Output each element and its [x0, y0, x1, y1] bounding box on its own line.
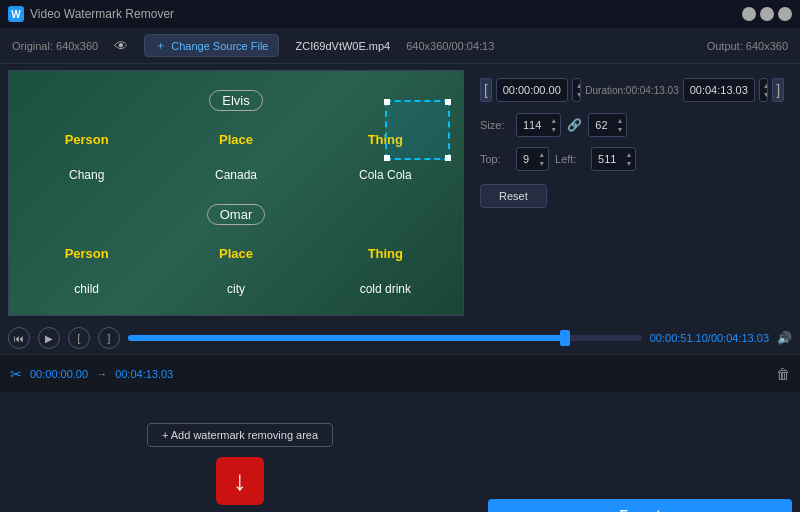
play-button[interactable]: ▶: [38, 327, 60, 349]
start-time-spinner[interactable]: ▲ ▼: [572, 78, 582, 102]
arrow-down-icon: ↓: [233, 465, 247, 497]
val-thing-1: Cola Cola: [359, 168, 412, 182]
prev-frame-button[interactable]: [: [68, 327, 90, 349]
val-place-1: Canada: [215, 168, 257, 182]
timeline-bar[interactable]: [128, 335, 642, 341]
plus-icon: ＋: [155, 38, 166, 53]
minimize-button[interactable]: [742, 7, 756, 21]
app-title: Video Watermark Remover: [30, 7, 174, 21]
export-button[interactable]: Export: [488, 499, 792, 512]
size-row: Size: 114 ▲ ▼ 🔗 62 ▲ ▼: [480, 112, 784, 138]
handle-tr[interactable]: [445, 99, 451, 105]
end-time-up[interactable]: ▲: [760, 81, 769, 90]
size-label: Size:: [480, 119, 510, 131]
window-controls: [742, 7, 792, 21]
end-time-spinner[interactable]: ▲ ▼: [759, 78, 769, 102]
next-frame-button[interactable]: ]: [98, 327, 120, 349]
label-person-1: Person: [65, 132, 109, 147]
time-controls: [ 00:00:00.00 ▲ ▼ Duration:00:04:13.03 0…: [480, 76, 784, 104]
val-person-2: child: [74, 282, 99, 296]
spacer-bottom: [488, 398, 792, 491]
position-row: Top: 9 ▲ ▼ Left: 511 ▲ ▼: [480, 146, 784, 172]
download-arrow-button[interactable]: ↓: [216, 457, 264, 505]
timeline-progress: [128, 335, 565, 341]
bottom-section: + Add watermark removing area ↓ Export: [0, 392, 800, 512]
left-spinbox[interactable]: 511 ▲ ▼: [591, 147, 636, 171]
width-spinbox[interactable]: 114 ▲ ▼: [516, 113, 561, 137]
top-spinbox[interactable]: 9 ▲ ▼: [516, 147, 549, 171]
val-place-2: city: [227, 282, 245, 296]
label-place-1: Place: [219, 132, 253, 147]
time-display: 00:00:51.10/00:04:13.03: [650, 332, 769, 344]
name-omar: Omar: [207, 204, 266, 225]
volume-icon[interactable]: 🔊: [777, 331, 792, 345]
titlebar: W Video Watermark Remover: [0, 0, 800, 28]
delete-clip-button[interactable]: 🗑: [776, 366, 790, 382]
val-thing-2: cold drink: [360, 282, 411, 296]
change-source-button[interactable]: ＋ Change Source File: [144, 34, 279, 57]
top-down[interactable]: ▼: [535, 159, 548, 168]
val-person-1: Chang: [69, 168, 104, 182]
right-bottom: Export: [480, 392, 800, 512]
bracket-left-button[interactable]: [: [480, 78, 492, 102]
top-label: Top:: [480, 153, 510, 165]
width-down[interactable]: ▼: [547, 125, 560, 134]
app-icon: W: [8, 6, 24, 22]
reset-row: Reset: [480, 184, 784, 208]
timeline-thumb[interactable]: [560, 330, 570, 346]
name-elvis: Elvis: [209, 90, 262, 111]
add-watermark-button[interactable]: + Add watermark removing area: [147, 423, 333, 447]
rewind-button[interactable]: ⏮: [8, 327, 30, 349]
watermark-selection-rect[interactable]: [385, 100, 450, 160]
handle-bl[interactable]: [384, 155, 390, 161]
clip-end: 00:04:13.03: [115, 368, 173, 380]
handle-tl[interactable]: [384, 99, 390, 105]
resolution-label: 640x360/00:04:13: [406, 40, 494, 52]
label-place-2: Place: [219, 246, 253, 261]
clip-start: 00:00:00.00: [30, 368, 88, 380]
output-resolution-label: Output: 640x360: [707, 40, 788, 52]
height-up[interactable]: ▲: [614, 116, 627, 125]
end-time-input[interactable]: 00:04:13.03: [683, 78, 755, 102]
end-time-down[interactable]: ▼: [760, 90, 769, 99]
reset-button[interactable]: Reset: [480, 184, 547, 208]
link-icon[interactable]: 🔗: [567, 118, 582, 132]
topbar: Original: 640x360 👁 ＋ Change Source File…: [0, 28, 800, 64]
original-resolution-label: Original: 640x360: [12, 40, 98, 52]
left-bottom: + Add watermark removing area ↓: [0, 392, 480, 512]
label-person-2: Person: [65, 246, 109, 261]
clip-icon: ✂: [10, 366, 22, 382]
duration-label: Duration:00:04:13.03: [585, 85, 678, 96]
left-down[interactable]: ▼: [622, 159, 635, 168]
main-area: Elvis Person Place Thing Chang Canada Co…: [0, 64, 800, 322]
width-up[interactable]: ▲: [547, 116, 560, 125]
right-panel: [ 00:00:00.00 ▲ ▼ Duration:00:04:13.03 0…: [472, 70, 792, 316]
card-content: Elvis Person Place Thing Chang Canada Co…: [9, 71, 463, 315]
label-thing-2: Thing: [368, 246, 403, 261]
video-preview[interactable]: Elvis Person Place Thing Chang Canada Co…: [8, 70, 464, 316]
clipstrip: ✂ 00:00:00.00 → 00:04:13.03 🗑: [0, 354, 800, 392]
handle-br[interactable]: [445, 155, 451, 161]
left-up[interactable]: ▲: [622, 150, 635, 159]
start-time-down[interactable]: ▼: [573, 90, 582, 99]
start-time-up[interactable]: ▲: [573, 81, 582, 90]
left-label: Left:: [555, 153, 585, 165]
maximize-button[interactable]: [760, 7, 774, 21]
height-spinbox[interactable]: 62 ▲ ▼: [588, 113, 627, 137]
top-up[interactable]: ▲: [535, 150, 548, 159]
height-down[interactable]: ▼: [614, 125, 627, 134]
bracket-right-button[interactable]: ]: [772, 78, 784, 102]
file-name-label: ZCI69dVtW0E.mp4: [295, 40, 390, 52]
close-button[interactable]: [778, 7, 792, 21]
clip-arrow: →: [96, 368, 107, 380]
playbar: ⏮ ▶ [ ] 00:00:51.10/00:04:13.03 🔊: [0, 322, 800, 354]
start-time-input[interactable]: 00:00:00.00: [496, 78, 568, 102]
eye-icon[interactable]: 👁: [114, 38, 128, 54]
